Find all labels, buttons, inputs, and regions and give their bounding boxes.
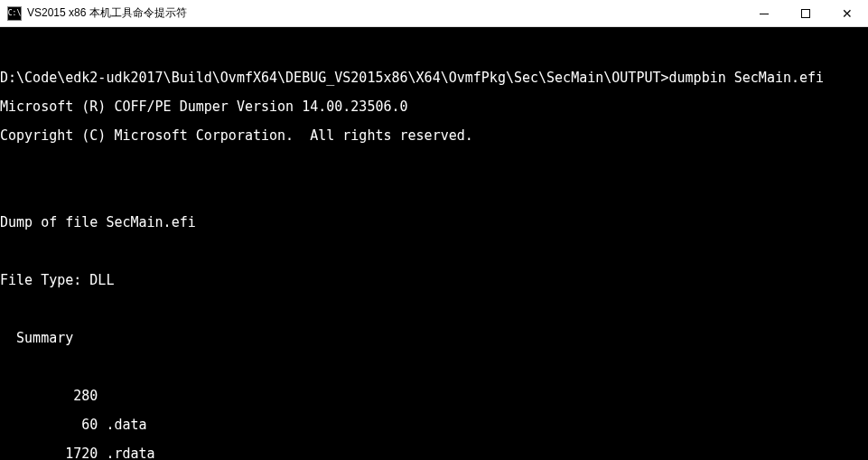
summary-row: 60 .data bbox=[0, 418, 868, 432]
output-line: Copyright (C) Microsoft Corporation. All… bbox=[0, 128, 868, 143]
minimize-button[interactable] bbox=[743, 0, 785, 27]
minimize-icon bbox=[760, 14, 769, 14]
output-line: Dump of file SecMain.efi bbox=[0, 215, 868, 230]
cmd-icon: C:\ bbox=[7, 6, 22, 21]
maximize-icon bbox=[801, 9, 810, 18]
maximize-button[interactable] bbox=[785, 0, 826, 27]
output-line: Microsoft (R) COFF/PE Dumper Version 14.… bbox=[0, 99, 868, 114]
close-icon: ✕ bbox=[842, 7, 853, 20]
output-line: File Type: DLL bbox=[0, 273, 868, 287]
typed-command: dumpbin SecMain.efi bbox=[669, 70, 825, 86]
summary-row: 280 bbox=[0, 389, 868, 403]
window-controls: ✕ bbox=[743, 0, 868, 26]
terminal-output[interactable]: D:\Code\edk2-udk2017\Build\OvmfX64\DEBUG… bbox=[0, 27, 868, 460]
close-button[interactable]: ✕ bbox=[826, 0, 868, 27]
window-title: VS2015 x86 本机工具命令提示符 bbox=[27, 5, 743, 21]
prompt-line: D:\Code\edk2-udk2017\Build\OvmfX64\DEBUG… bbox=[0, 70, 868, 85]
summary-row: 1720 .rdata bbox=[0, 446, 868, 460]
titlebar[interactable]: C:\ VS2015 x86 本机工具命令提示符 ✕ bbox=[0, 0, 868, 27]
prompt-path: D:\Code\edk2-udk2017\Build\OvmfX64\DEBUG… bbox=[0, 70, 669, 86]
output-line: Summary bbox=[0, 331, 868, 345]
